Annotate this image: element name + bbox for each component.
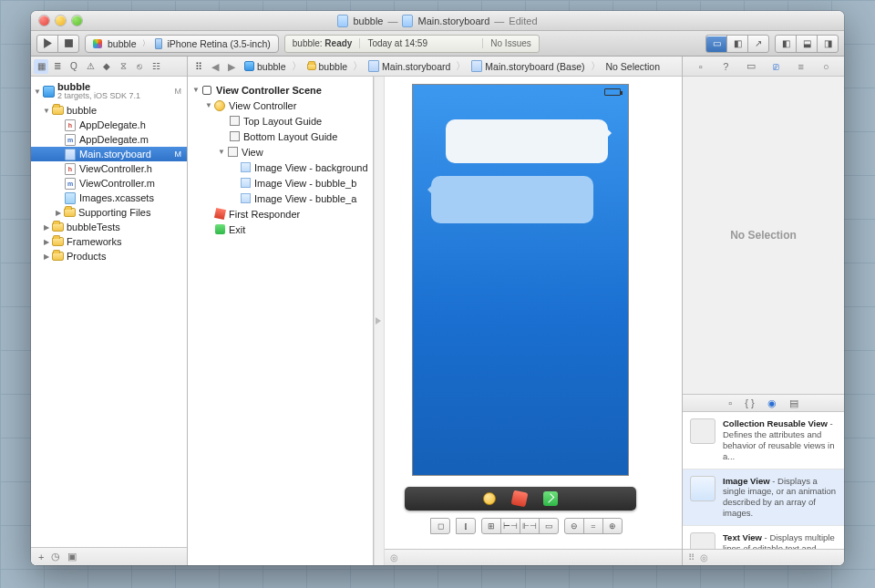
- jump-item[interactable]: Main.storyboard (Base): [468, 58, 588, 75]
- test-navigator-tab[interactable]: ◆: [99, 59, 114, 74]
- disclosure-triangle-icon[interactable]: ▼: [217, 148, 226, 156]
- simulated-screen[interactable]: [412, 84, 629, 476]
- disclosure-triangle-icon[interactable]: ▼: [33, 88, 42, 96]
- symbol-navigator-tab[interactable]: ≣: [50, 59, 65, 74]
- scheme-selector[interactable]: bubble 〉 iPhone Retina (3.5-inch): [85, 35, 279, 53]
- scene-row[interactable]: ▼View Controller Scene: [188, 82, 373, 98]
- group-row[interactable]: ▼bubble: [31, 103, 187, 118]
- zoom-window-button[interactable]: [72, 15, 82, 26]
- zoom-out-button[interactable]: ⊖: [564, 518, 584, 534]
- recent-filter-button[interactable]: ◷: [51, 551, 60, 562]
- resizing-button[interactable]: ⊩⊣: [520, 518, 540, 534]
- outline-row[interactable]: Image View - bubble_a: [188, 191, 373, 206]
- toggle-outline-button[interactable]: ◻: [430, 518, 450, 534]
- file-row[interactable]: hViewController.h: [31, 161, 187, 176]
- disclosure-triangle-icon[interactable]: ▶: [42, 238, 51, 246]
- forward-button[interactable]: ▶: [224, 61, 239, 72]
- pin-button[interactable]: ⊞: [481, 518, 501, 534]
- file-label: Main.storyboard: [79, 149, 151, 160]
- group-row[interactable]: ▶bubbleTests: [31, 220, 187, 234]
- version-editor-button[interactable]: ↗: [747, 35, 769, 53]
- group-row[interactable]: ▶Supporting Files: [31, 205, 187, 220]
- jump-item[interactable]: bubble: [241, 58, 290, 75]
- first-responder-dock-icon[interactable]: [511, 490, 529, 508]
- disclosure-triangle-icon[interactable]: ▼: [42, 107, 51, 115]
- file-row[interactable]: hAppDelegate.h: [31, 118, 187, 132]
- scm-filter-button[interactable]: ▣: [67, 551, 77, 562]
- library-view-toggle[interactable]: ⠿: [688, 552, 695, 562]
- standard-editor-button[interactable]: ▭: [705, 35, 727, 53]
- library-item-selected[interactable]: Image View - Displays a single image, or…: [683, 469, 844, 527]
- size-inspector-tab[interactable]: ≡: [794, 59, 808, 74]
- ib-canvas[interactable]: ◻ ⫿ ⊞ ⊢⊣ ⊩⊣ ▭ ⊖ = ⊕: [385, 77, 682, 549]
- resolve-issues-button[interactable]: ⊢⊣: [500, 518, 520, 534]
- toggle-debug-button[interactable]: ⬓: [796, 35, 818, 53]
- outline-collapse-handle[interactable]: [374, 77, 385, 565]
- outline-row[interactable]: Image View - background: [188, 160, 373, 175]
- image-view-icon: [241, 162, 251, 172]
- toggle-navigator-button[interactable]: ◧: [775, 35, 797, 53]
- disclosure-triangle-icon[interactable]: ▼: [191, 86, 201, 94]
- file-row-selected[interactable]: Main.storyboardM: [31, 147, 187, 161]
- minimize-window-button[interactable]: [56, 15, 66, 26]
- bubble-b-view[interactable]: [431, 176, 593, 223]
- file-template-library-tab[interactable]: ▫: [728, 397, 732, 408]
- disclosure-triangle-icon[interactable]: ▶: [42, 253, 51, 261]
- quick-help-tab[interactable]: ?: [718, 59, 733, 74]
- jump-item[interactable]: bubble: [304, 58, 352, 75]
- library-item[interactable]: Collection Reusable View - Defines the a…: [683, 412, 844, 469]
- disclosure-triangle-icon[interactable]: ▼: [204, 101, 213, 109]
- library-item[interactable]: Text View - Displays multiple lines of e…: [683, 526, 844, 549]
- disclosure-triangle-icon[interactable]: ▶: [54, 209, 63, 217]
- align-button[interactable]: ⫿: [456, 518, 476, 534]
- run-button[interactable]: [36, 35, 58, 53]
- stop-button[interactable]: [57, 35, 79, 53]
- issue-navigator-tab[interactable]: ⚠: [83, 59, 98, 74]
- debug-navigator-tab[interactable]: ⧖: [116, 59, 130, 74]
- related-items-button[interactable]: ⠿: [191, 58, 206, 75]
- breakpoint-navigator-tab[interactable]: ⎋: [132, 59, 147, 74]
- file-row[interactable]: mAppDelegate.m: [31, 132, 187, 147]
- folder-icon: [307, 63, 316, 70]
- close-window-button[interactable]: [39, 15, 49, 26]
- find-navigator-tab[interactable]: Q: [67, 59, 81, 74]
- group-row[interactable]: ▶Frameworks: [31, 234, 187, 249]
- add-button[interactable]: +: [38, 552, 44, 562]
- scene-dock: [405, 487, 636, 511]
- code-snippet-library-tab[interactable]: { }: [745, 397, 754, 408]
- group-row[interactable]: ▶Products: [31, 249, 187, 263]
- outline-row[interactable]: ▶First Responder: [188, 206, 373, 222]
- outline-row[interactable]: Image View - bubble_b: [188, 175, 373, 191]
- project-root-row[interactable]: ▼ bubble 2 targets, iOS SDK 7.1 M: [31, 79, 187, 103]
- outline-row[interactable]: Bottom Layout Guide: [188, 129, 373, 144]
- file-row[interactable]: mViewController.m: [31, 176, 187, 191]
- jump-item[interactable]: No Selection: [602, 58, 664, 75]
- exit-dock-icon[interactable]: [543, 491, 558, 506]
- file-row[interactable]: Images.xcassets: [31, 191, 187, 205]
- object-library-tab[interactable]: ◉: [767, 397, 777, 409]
- attributes-inspector-tab[interactable]: ⎚: [768, 59, 783, 74]
- layout-button[interactable]: ▭: [539, 518, 559, 534]
- titlebar: bubble — Main.storyboard — Edited: [31, 11, 844, 31]
- outline-row[interactable]: ▼View: [188, 144, 373, 160]
- disclosure-triangle-icon[interactable]: ▶: [42, 223, 51, 232]
- view-controller-dock-icon[interactable]: [483, 492, 496, 505]
- toggle-utilities-button[interactable]: ◨: [817, 35, 839, 53]
- library-filter-icon[interactable]: ◎: [700, 552, 708, 562]
- zoom-actual-button[interactable]: =: [583, 518, 603, 534]
- outline-row[interactable]: Top Layout Guide: [188, 113, 373, 129]
- connections-inspector-tab[interactable]: ○: [818, 59, 833, 74]
- outline-row[interactable]: ▼View Controller: [188, 98, 373, 113]
- project-navigator-tab[interactable]: ▦: [34, 59, 48, 74]
- outline-row[interactable]: ▶Exit: [188, 222, 373, 237]
- report-navigator-tab[interactable]: ☷: [149, 59, 163, 74]
- media-library-tab[interactable]: ▤: [789, 397, 798, 409]
- identity-inspector-tab[interactable]: ▭: [744, 59, 758, 74]
- assistant-editor-button[interactable]: ◧: [726, 35, 748, 53]
- bubble-a-view[interactable]: [446, 119, 608, 163]
- file-inspector-tab[interactable]: ▫: [694, 59, 708, 74]
- zoom-in-button[interactable]: ⊕: [602, 518, 623, 534]
- jump-item[interactable]: Main.storyboard: [365, 58, 454, 75]
- filter-icon[interactable]: ◎: [390, 552, 398, 562]
- back-button[interactable]: ◀: [208, 61, 222, 72]
